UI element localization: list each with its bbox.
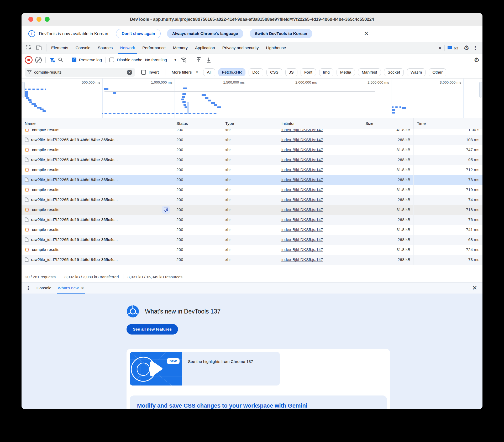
filter-chip-other[interactable]: Other [429, 68, 446, 76]
network-request-row[interactable]: {}compile-results200xhrindex-BjkLDKS5.js… [22, 205, 482, 215]
tab-console[interactable]: Console [72, 42, 94, 54]
match-language-button[interactable]: Always match Chrome's language [167, 29, 243, 38]
tab-memory[interactable]: Memory [169, 42, 191, 54]
tab-performance[interactable]: Performance [139, 42, 169, 54]
throttling-select[interactable]: No throttling ▼ [145, 58, 177, 62]
disable-cache-checkbox[interactable] [109, 58, 114, 62]
export-har-icon[interactable] [205, 56, 212, 64]
column-header-type[interactable]: Type [222, 118, 278, 129]
request-name-cell[interactable]: {}compile-results [22, 185, 173, 195]
device-toolbar-icon[interactable] [35, 44, 43, 52]
network-request-row[interactable]: {}compile-results200xhrindex-BjkLDKS5.js… [22, 245, 482, 255]
column-header-initiator[interactable]: Initiator [278, 118, 362, 129]
tab-network[interactable]: Network [116, 42, 139, 54]
filter-icon[interactable] [49, 58, 55, 62]
initiator-link[interactable]: index-BjkLDKS5.js:147 [281, 207, 323, 212]
filter-chip-img[interactable]: Img [319, 68, 333, 76]
filter-chip-all[interactable]: All [203, 68, 215, 76]
preserve-log-label[interactable]: Preserve log [79, 58, 102, 62]
network-request-row[interactable]: raw?file_id=f7f22265-4d19-4b6d-84be-365c… [22, 175, 482, 185]
network-request-row[interactable]: raw?file_id=f7f22265-4d19-4b6d-84be-365c… [22, 155, 482, 165]
filter-chip-socket[interactable]: Socket [384, 68, 404, 76]
initiator-link[interactable]: index-BjkLDKS5.js:147 [281, 177, 323, 182]
invert-checkbox[interactable] [141, 70, 146, 75]
inspect-element-icon[interactable] [25, 44, 33, 52]
more-filters-button[interactable]: More filters ▼ [172, 70, 199, 75]
request-name-cell[interactable]: raw?file_id=f7f22265-4d19-4b6d-84be-365c… [22, 255, 173, 265]
network-conditions-icon[interactable] [180, 56, 187, 64]
filter-chip-css[interactable]: CSS [266, 68, 282, 76]
column-header-size[interactable]: Size [362, 118, 414, 129]
request-name-cell[interactable]: raw?file_id=f7f22265-4d19-4b6d-84be-365c… [22, 135, 173, 145]
drawer-close-icon[interactable]: ✕ [472, 285, 479, 291]
initiator-link[interactable]: index-BjkLDKS5.js:147 [281, 147, 323, 152]
overview-right-handle[interactable] [479, 82, 482, 97]
network-request-row[interactable]: {}compile-results200xhrindex-BjkLDKS5.js… [22, 165, 482, 175]
request-name-cell[interactable]: raw?file_id=f7f22265-4d19-4b6d-84be-365c… [22, 155, 173, 165]
network-request-row[interactable]: {}compile-results200xhrindex-BjkLDKS5.js… [22, 185, 482, 195]
initiator-link[interactable]: index-BjkLDKS5.js:147 [281, 217, 323, 222]
dont-show-again-button[interactable]: Don't show again [116, 29, 161, 38]
filter-chip-doc[interactable]: Doc [249, 68, 263, 76]
issues-button[interactable]: 63 [447, 46, 458, 50]
request-name-cell[interactable]: {}compile-results [22, 165, 173, 175]
preserve-log-checkbox[interactable] [72, 58, 76, 62]
import-har-icon[interactable] [195, 56, 202, 64]
network-request-row[interactable]: raw?file_id=f7f22265-4d19-4b6d-84be-365c… [22, 135, 482, 145]
initiator-link[interactable]: index-BjkLDKS5.js:147 [281, 167, 323, 172]
ask-ai-button[interactable] [162, 206, 170, 214]
request-name-cell[interactable]: {}compile-results [22, 129, 173, 135]
filter-chip-fetch-xhr[interactable]: Fetch/XHR [218, 68, 246, 76]
overview-left-handle[interactable] [22, 82, 25, 97]
filter-chip-js[interactable]: JS [285, 68, 297, 76]
see-all-features-button[interactable]: See all new features [127, 324, 178, 335]
more-tabs-icon[interactable]: » [438, 45, 442, 50]
highlights-video-card[interactable]: new See the highlights from Chrome 137 [130, 352, 387, 386]
request-name-cell[interactable]: {}compile-results [22, 225, 173, 235]
clear-filter-icon[interactable]: ✕ [127, 70, 132, 75]
video-thumbnail[interactable]: new [130, 352, 182, 386]
switch-korean-button[interactable]: Switch DevTools to Korean [250, 29, 313, 38]
request-name-cell[interactable]: {}compile-results [22, 205, 173, 215]
tab-lighthouse[interactable]: Lighthouse [262, 42, 290, 54]
network-request-row[interactable]: raw?file_id=f7f22265-4d19-4b6d-84be-365c… [22, 195, 482, 205]
tab-elements[interactable]: Elements [48, 42, 72, 54]
initiator-link[interactable]: index-BjkLDKS5.js:147 [281, 137, 323, 142]
drawer-tab-console[interactable]: Console [33, 282, 55, 294]
drawer-tab-close-icon[interactable]: ✕ [81, 286, 84, 291]
drawer-menu-kebab-icon[interactable]: ⋮ [25, 285, 32, 291]
close-window-button[interactable] [28, 17, 33, 22]
initiator-link[interactable]: index-BjkLDKS5.js:147 [281, 197, 323, 202]
main-menu-kebab-icon[interactable]: ⋮ [472, 45, 479, 51]
initiator-link[interactable]: index-BjkLDKS5.js:147 [281, 257, 323, 262]
disable-cache-label[interactable]: Disable cache [117, 58, 142, 62]
tab-sources[interactable]: Sources [94, 42, 117, 54]
network-request-row[interactable]: raw?file_id=f7f22265-4d19-4b6d-84be-365c… [22, 235, 482, 245]
request-name-cell[interactable]: raw?file_id=f7f22265-4d19-4b6d-84be-365c… [22, 195, 173, 205]
initiator-link[interactable]: index-BjkLDKS5.js:147 [281, 237, 323, 242]
column-header-name[interactable]: Name [22, 118, 173, 129]
column-header-status[interactable]: Status [173, 118, 222, 129]
infobar-close-icon[interactable]: ✕ [364, 31, 369, 37]
network-settings-gear-icon[interactable]: ⚙ [474, 57, 479, 63]
column-header-time[interactable]: Time [414, 118, 482, 129]
feature-article-link[interactable]: Modify and save CSS changes to your work… [137, 402, 380, 409]
network-request-row[interactable]: {}compile-results200xhrindex-BjkLDKS5.js… [22, 129, 482, 135]
drawer-tab-what-s-new[interactable]: What's new✕ [55, 282, 87, 294]
initiator-link[interactable]: index-BjkLDKS5.js:147 [281, 129, 323, 132]
clear-network-log-icon[interactable] [35, 57, 42, 63]
network-overview-strip[interactable]: 500,000 ms1,000,000 ms1,500,000 ms2,000,… [22, 79, 482, 118]
request-name-cell[interactable]: raw?file_id=f7f22265-4d19-4b6d-84be-365c… [22, 215, 173, 225]
filter-chip-font[interactable]: Font [301, 68, 316, 76]
initiator-link[interactable]: index-BjkLDKS5.js:147 [281, 227, 323, 232]
filter-chip-media[interactable]: Media [337, 68, 355, 76]
network-request-row[interactable]: {}compile-results200xhrindex-BjkLDKS5.js… [22, 145, 482, 155]
initiator-link[interactable]: index-BjkLDKS5.js:147 [281, 247, 323, 252]
settings-gear-icon[interactable]: ⚙ [464, 45, 469, 51]
tab-privacy-and-security[interactable]: Privacy and security [219, 42, 262, 54]
request-name-cell[interactable]: {}compile-results [22, 245, 173, 255]
minimize-window-button[interactable] [36, 17, 41, 22]
initiator-link[interactable]: index-BjkLDKS5.js:147 [281, 157, 323, 162]
initiator-link[interactable]: index-BjkLDKS5.js:147 [281, 187, 323, 192]
search-icon[interactable] [57, 56, 64, 63]
